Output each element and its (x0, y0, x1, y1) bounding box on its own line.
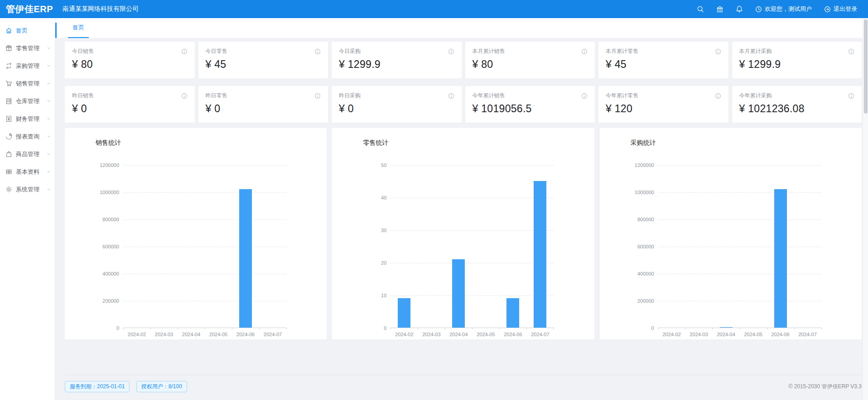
dashboard-content: 今日销售¥ 80今日零售¥ 45今日采购¥ 1299.9本月累计销售¥ 80本月… (55, 38, 868, 392)
welcome-text: 欢迎您，测试用户 (765, 5, 812, 13)
info-icon[interactable] (715, 48, 721, 55)
stat-card-today-sales: 今日销售¥ 80 (65, 42, 195, 78)
axis-tick (259, 328, 260, 329)
app-logo[interactable]: 管伊佳ERP (0, 3, 55, 15)
gridline (123, 301, 286, 301)
sidebar-item-label: 销售管理 (16, 80, 46, 88)
info-icon[interactable] (181, 48, 188, 55)
y-axis-label: 50 (381, 162, 386, 168)
search-icon[interactable] (697, 5, 704, 13)
info-icon[interactable] (581, 93, 588, 99)
info-icon[interactable] (848, 93, 854, 99)
stat-card-month-purchase: 本月累计采购¥ 1299.9 (732, 42, 862, 78)
sidebar-item-basic[interactable]: 基本资料 (0, 163, 55, 181)
chart-plot: 010203040502024-022024-032024-042024-052… (391, 165, 554, 328)
gridline (123, 165, 286, 166)
x-axis-label: 2024-04 (713, 332, 740, 337)
user-welcome[interactable]: 欢迎您，测试用户 (755, 5, 812, 13)
sidebar-item-warehouse[interactable]: 仓库管理 (0, 92, 55, 110)
company-name: 南通某某网络科技有限公司 (55, 5, 139, 13)
x-axis-label: 2024-07 (794, 332, 821, 337)
axis-tick (232, 328, 232, 329)
layout: 首页零售管理采购管理销售管理仓库管理财务管理报表查询商品管理基本资料系统管理 首… (0, 18, 868, 400)
axis-tick (554, 328, 554, 329)
chart-title: 采购统计 (631, 139, 851, 147)
bar-2024-04 (452, 259, 465, 328)
x-axis-label: 2024-05 (205, 332, 232, 337)
x-axis-label: 2024-02 (658, 332, 685, 337)
sidebar-item-purchase[interactable]: 采购管理 (0, 57, 55, 75)
axis-tick (418, 328, 418, 329)
sidebar-item-goods[interactable]: 商品管理 (0, 145, 55, 163)
bar-2024-04 (720, 327, 733, 328)
logout-button[interactable]: 退出登录 (824, 5, 857, 13)
stat-card-value: ¥ 120 (606, 103, 721, 115)
y-axis-label: 800000 (102, 217, 119, 222)
warehouse-icon (5, 98, 12, 105)
x-axis-label: 2024-06 (232, 332, 259, 337)
info-icon[interactable] (448, 48, 454, 55)
stat-card-value: ¥ 80 (72, 58, 188, 71)
scrollbar-thumb[interactable] (864, 19, 868, 114)
stat-card-month-retail: 本月累计零售¥ 45 (598, 42, 728, 78)
info-icon[interactable] (581, 48, 588, 55)
bell-icon[interactable] (736, 5, 743, 13)
gridline (658, 247, 821, 247)
sidebar-item-home[interactable]: 首页 (0, 22, 55, 39)
basic-icon (5, 168, 12, 175)
stat-card-label: 今日采购 (339, 48, 361, 55)
stat-card-yest-retail: 昨日零售¥ 0 (198, 86, 328, 123)
axis-tick (123, 328, 124, 329)
stat-card-year-sales: 今年累计销售¥ 1019056.5 (465, 86, 595, 123)
sidebar-item-system[interactable]: 系统管理 (0, 181, 55, 198)
info-icon[interactable] (848, 48, 854, 55)
axis-tick (205, 328, 205, 329)
axis-tick (391, 328, 391, 329)
purchase-icon (5, 62, 12, 69)
y-axis-label: 10 (381, 293, 386, 298)
sidebar-item-label: 采购管理 (16, 62, 46, 70)
info-icon[interactable] (181, 93, 188, 99)
axis-tick (150, 328, 151, 329)
chevron-down-icon (46, 152, 51, 157)
axis-tick (713, 328, 713, 329)
x-axis-label: 2024-04 (178, 332, 205, 337)
gridline (123, 219, 286, 220)
y-axis-label: 1000000 (635, 190, 654, 195)
y-axis-label: 0 (384, 325, 386, 331)
stat-card-value: ¥ 0 (72, 103, 188, 115)
sidebar-item-label: 商品管理 (16, 150, 46, 158)
bar-2024-02 (398, 298, 410, 328)
chevron-down-icon (46, 81, 51, 86)
sidebar-item-sales[interactable]: 销售管理 (0, 75, 55, 92)
scrollbar[interactable] (863, 18, 868, 400)
bank-icon[interactable] (716, 5, 723, 13)
gridline (123, 192, 286, 193)
gridline (658, 301, 821, 301)
y-axis-label: 1200000 (635, 162, 654, 168)
chevron-down-icon (46, 99, 51, 104)
info-icon[interactable] (314, 48, 321, 55)
tab-home[interactable]: 首页 (68, 18, 89, 38)
gridline (391, 295, 554, 296)
goods-icon (5, 151, 12, 157)
footer-badges: 服务到期：2025-01-01 授权用户：8/100 (65, 381, 192, 392)
bar-2024-06 (239, 189, 252, 328)
info-icon[interactable] (448, 93, 454, 99)
stat-card-value: ¥ 1299.9 (739, 58, 855, 71)
sidebar-item-retail[interactable]: 零售管理 (0, 39, 55, 57)
sidebar-item-finance[interactable]: 财务管理 (0, 110, 55, 128)
logout-text: 退出登录 (834, 5, 857, 13)
licensed-users-badge: 授权用户：8/100 (136, 381, 187, 392)
info-icon[interactable] (314, 93, 321, 99)
stat-card-today-purchase: 今日采购¥ 1299.9 (332, 42, 462, 78)
info-icon[interactable] (715, 93, 721, 99)
axis-tick (794, 328, 795, 329)
copyright-text: © 2015-2030 管伊佳ERP V3.3 (789, 383, 862, 390)
sidebar-item-report[interactable]: 报表查询 (0, 128, 55, 145)
stat-cards-grid: 今日销售¥ 80今日零售¥ 45今日采购¥ 1299.9本月累计销售¥ 80本月… (65, 42, 862, 123)
y-axis-label: 200000 (102, 298, 119, 304)
axis-tick (740, 328, 740, 329)
y-axis-label: 20 (381, 260, 386, 266)
stat-card-value: ¥ 45 (206, 58, 321, 71)
